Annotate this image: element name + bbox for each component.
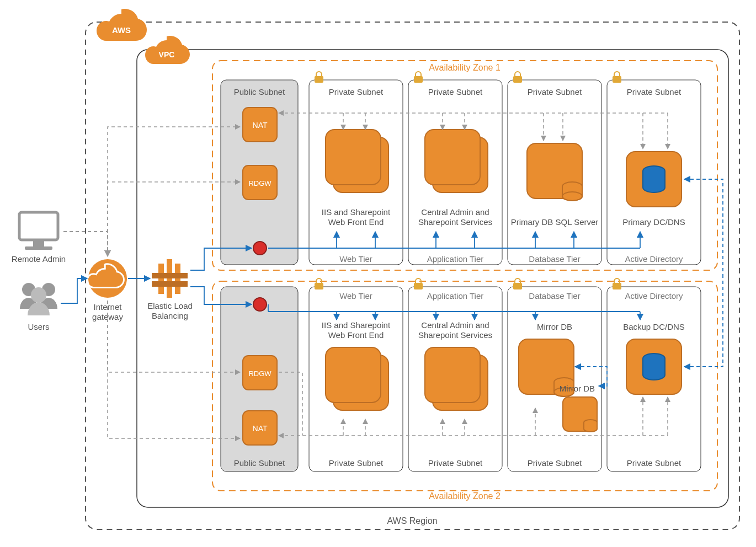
az2-witness-label: Mirror DB: [560, 384, 595, 393]
svg-rect-47: [175, 264, 180, 294]
svg-rect-35: [613, 283, 621, 289]
svg-rect-39: [33, 240, 44, 246]
az2-db-tier: Database Tier: [529, 291, 580, 301]
az1-web-svc1: IIS and Sharepoint: [322, 207, 391, 217]
az2-app-svc2: Sharepoint Services: [418, 330, 492, 340]
az2-nat-label: NAT: [253, 424, 268, 433]
az1-nat-label: NAT: [253, 121, 268, 130]
az2-public-subnet: RDGW NAT Public Subnet: [221, 287, 298, 471]
az2-ec2-dot-icon: [253, 298, 267, 311]
az1-db-svc: Primary DB SQL Server: [511, 217, 599, 227]
lock-icon: [513, 278, 522, 289]
vpc-cloud-badge: VPC: [145, 36, 190, 64]
az1-db-title: Private Subnet: [528, 87, 582, 96]
lock-icon: [513, 72, 522, 83]
lock-icon: [613, 278, 621, 289]
svg-rect-22: [326, 347, 381, 403]
svg-rect-15: [613, 76, 621, 83]
svg-rect-28: [513, 283, 522, 289]
remote-admin-label: Remote Admin: [12, 254, 66, 264]
svg-rect-38: [19, 212, 58, 240]
az1-web-ec2-icon: [326, 130, 388, 192]
az1-web-tier: Web Tier: [339, 254, 372, 264]
users-icon: [20, 283, 57, 315]
az1-app-subnet: Private Subnet Central Admin and Sharepo…: [408, 72, 502, 265]
az2-db-subnet: Database Tier Mirror DB Mirror DB Privat…: [508, 278, 601, 471]
az1-db-subnet: Private Subnet Primary DB SQL Server Dat…: [508, 72, 601, 265]
az2-rdgw-label: RDGW: [248, 369, 271, 378]
elb-label-1: Elastic Load: [147, 301, 193, 310]
az1-web-subnet: Private Subnet IIS and Sharepoint Web Fr…: [309, 72, 403, 265]
svg-rect-2: [315, 76, 323, 83]
az1-rdgw-label: RDGW: [248, 179, 271, 187]
az2-witness-icon: [563, 397, 597, 432]
aws-cloud-badge: AWS: [97, 9, 147, 41]
users-label: Users: [28, 322, 49, 331]
az2-db-svc: Mirror DB: [537, 322, 572, 331]
svg-point-44: [88, 259, 127, 298]
az1-app-svc2: Sharepoint Services: [418, 217, 492, 227]
elb-label-2: Balancing: [152, 311, 188, 320]
az1-web-svc2: Web Front End: [328, 217, 384, 227]
az2-ad-svc: Backup DC/DNS: [623, 322, 685, 331]
az1-db-ec2-icon: [527, 143, 582, 201]
internet-gateway-icon: [87, 259, 127, 298]
az1-app-tier: Application Tier: [427, 254, 484, 264]
svg-rect-20: [315, 283, 323, 289]
svg-rect-49: [152, 281, 188, 287]
az1-label: Availability Zone 1: [429, 63, 501, 72]
aws-region-label: AWS Region: [387, 516, 438, 525]
az2-ad-title: Private Subnet: [627, 458, 682, 468]
az2-label: Availability Zone 2: [429, 491, 501, 501]
lock-icon: [613, 72, 621, 83]
lock-icon: [315, 278, 323, 289]
svg-rect-10: [513, 76, 522, 83]
svg-rect-40: [25, 246, 52, 250]
az2-app-subnet: Application Tier Central Admin and Share…: [408, 278, 502, 471]
svg-point-43: [31, 287, 46, 303]
az1-ad-tier: Active Directory: [625, 254, 683, 264]
az1-ad-subnet: Private Subnet Primary DC/DNS Active Dir…: [607, 72, 701, 265]
az2-db-title: Private Subnet: [528, 458, 582, 468]
az2-ad-ec2-icon: [626, 339, 682, 394]
az2-web-svc1: IIS and Sharepoint: [322, 320, 391, 330]
svg-rect-26: [425, 347, 480, 403]
az2-app-title: Private Subnet: [428, 458, 483, 468]
az1-public-title: Public Subnet: [234, 87, 285, 96]
az1-ad-svc: Primary DC/DNS: [622, 217, 685, 227]
az2-web-svc2: Web Front End: [328, 330, 384, 340]
remote-admin-icon: [19, 212, 58, 250]
az2-public-title: Public Subnet: [234, 458, 285, 468]
elb-icon: [152, 259, 188, 298]
svg-rect-48: [152, 273, 188, 278]
svg-rect-45: [158, 264, 164, 294]
az1-ad-ec2-icon: [626, 152, 682, 207]
lock-icon: [414, 72, 423, 83]
az1-app-svc1: Central Admin and: [421, 207, 489, 217]
vpc-cloud-label: VPC: [159, 50, 175, 59]
az2-app-tier: Application Tier: [427, 291, 484, 301]
az2-web-ec2-icon: [326, 347, 388, 410]
lock-icon: [414, 278, 423, 289]
az1-app-ec2-icon: [425, 130, 488, 192]
svg-rect-6: [414, 76, 423, 83]
az1-public-subnet: Public Subnet NAT RDGW: [221, 80, 298, 265]
az2-web-tier: Web Tier: [339, 291, 372, 301]
az2-web-title: Private Subnet: [329, 458, 384, 468]
aws-cloud-label: AWS: [112, 25, 131, 35]
aws-architecture-diagram: AWS Region AWS VPC Availability Zone 1 A…: [0, 0, 756, 547]
az2-ad-subnet: Active Directory Backup DC/DNS Private S…: [607, 278, 701, 471]
az2-web-subnet: Web Tier IIS and Sharepoint Web Front En…: [309, 278, 403, 471]
svg-rect-8: [425, 130, 480, 185]
az1-app-title: Private Subnet: [428, 87, 483, 96]
svg-rect-24: [414, 283, 423, 289]
az1-ec2-dot-icon: [253, 242, 267, 255]
az2-ad-tier: Active Directory: [625, 291, 683, 301]
az2-app-ec2-icon: [425, 347, 488, 410]
az1-ad-title: Private Subnet: [627, 87, 682, 96]
az2-app-svc1: Central Admin and: [421, 320, 489, 330]
az1-db-tier: Database Tier: [529, 254, 580, 264]
az1-web-title: Private Subnet: [329, 87, 384, 96]
lock-icon: [315, 72, 323, 83]
svg-rect-4: [326, 130, 381, 185]
